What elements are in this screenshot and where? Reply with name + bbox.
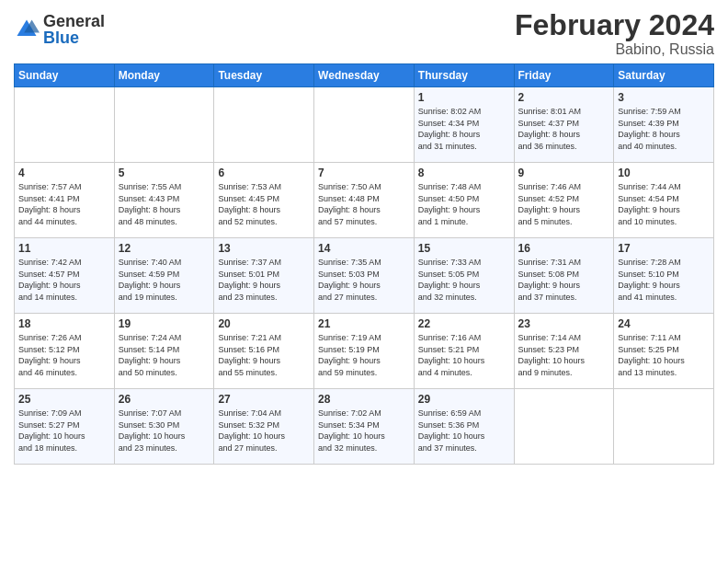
day-info: Sunrise: 7:28 AM Sunset: 5:10 PM Dayligh… bbox=[618, 257, 710, 303]
day-info: Sunrise: 7:50 AM Sunset: 4:48 PM Dayligh… bbox=[318, 181, 410, 227]
day-info: Sunrise: 7:55 AM Sunset: 4:43 PM Dayligh… bbox=[119, 181, 210, 227]
day-number: 15 bbox=[418, 242, 510, 255]
header-saturday: Saturday bbox=[614, 64, 714, 87]
calendar-cell bbox=[214, 87, 314, 163]
day-number: 4 bbox=[18, 167, 110, 179]
day-number: 18 bbox=[18, 317, 110, 330]
calendar-cell: 20Sunrise: 7:21 AM Sunset: 5:16 PM Dayli… bbox=[214, 314, 314, 389]
logo-text: General Blue bbox=[43, 13, 105, 46]
day-info: Sunrise: 7:42 AM Sunset: 4:57 PM Dayligh… bbox=[18, 257, 110, 303]
day-number: 3 bbox=[618, 91, 710, 104]
calendar-cell: 22Sunrise: 7:16 AM Sunset: 5:21 PM Dayli… bbox=[414, 314, 514, 389]
calendar-cell: 2Sunrise: 8:01 AM Sunset: 4:37 PM Daylig… bbox=[514, 87, 614, 163]
day-info: Sunrise: 7:57 AM Sunset: 4:41 PM Dayligh… bbox=[18, 181, 110, 227]
calendar-header: Sunday Monday Tuesday Wednesday Thursday… bbox=[15, 64, 714, 87]
calendar-cell: 6Sunrise: 7:53 AM Sunset: 4:45 PM Daylig… bbox=[214, 163, 314, 238]
calendar-cell: 4Sunrise: 7:57 AM Sunset: 4:41 PM Daylig… bbox=[15, 163, 115, 238]
day-number: 26 bbox=[119, 393, 210, 406]
day-info: Sunrise: 7:16 AM Sunset: 5:21 PM Dayligh… bbox=[418, 332, 510, 378]
day-number: 13 bbox=[218, 242, 310, 255]
header-row: Sunday Monday Tuesday Wednesday Thursday… bbox=[15, 64, 714, 87]
calendar-cell: 10Sunrise: 7:44 AM Sunset: 4:54 PM Dayli… bbox=[614, 163, 714, 238]
day-info: Sunrise: 7:09 AM Sunset: 5:27 PM Dayligh… bbox=[18, 408, 110, 454]
calendar-cell: 24Sunrise: 7:11 AM Sunset: 5:25 PM Dayli… bbox=[614, 314, 714, 389]
day-info: Sunrise: 7:26 AM Sunset: 5:12 PM Dayligh… bbox=[18, 332, 110, 378]
calendar-cell: 18Sunrise: 7:26 AM Sunset: 5:12 PM Dayli… bbox=[15, 314, 115, 389]
calendar-cell: 14Sunrise: 7:35 AM Sunset: 5:03 PM Dayli… bbox=[314, 238, 415, 314]
day-number: 16 bbox=[518, 242, 610, 255]
calendar-week-3: 18Sunrise: 7:26 AM Sunset: 5:12 PM Dayli… bbox=[15, 314, 714, 389]
day-number: 27 bbox=[218, 393, 310, 406]
calendar-cell: 7Sunrise: 7:50 AM Sunset: 4:48 PM Daylig… bbox=[314, 163, 415, 238]
day-info: Sunrise: 7:07 AM Sunset: 5:30 PM Dayligh… bbox=[119, 408, 210, 454]
calendar-week-0: 1Sunrise: 8:02 AM Sunset: 4:34 PM Daylig… bbox=[15, 87, 714, 163]
calendar-cell: 3Sunrise: 7:59 AM Sunset: 4:39 PM Daylig… bbox=[614, 87, 714, 163]
day-number: 29 bbox=[418, 393, 510, 406]
day-number: 12 bbox=[119, 242, 210, 255]
day-info: Sunrise: 7:11 AM Sunset: 5:25 PM Dayligh… bbox=[618, 332, 710, 378]
day-number: 24 bbox=[618, 317, 710, 330]
calendar-cell bbox=[114, 87, 214, 163]
month-year: February 2024 bbox=[515, 9, 714, 41]
calendar-cell: 25Sunrise: 7:09 AM Sunset: 5:27 PM Dayli… bbox=[15, 389, 115, 465]
calendar-body: 1Sunrise: 8:02 AM Sunset: 4:34 PM Daylig… bbox=[15, 87, 714, 465]
day-number: 14 bbox=[318, 242, 410, 255]
day-number: 20 bbox=[218, 317, 310, 330]
header-wednesday: Wednesday bbox=[314, 64, 415, 87]
header-tuesday: Tuesday bbox=[214, 64, 314, 87]
day-number: 28 bbox=[318, 393, 410, 406]
header: General Blue February 2024 Babino, Russi… bbox=[14, 9, 714, 58]
day-info: Sunrise: 7:33 AM Sunset: 5:05 PM Dayligh… bbox=[418, 257, 510, 303]
title-section: February 2024 Babino, Russia bbox=[515, 9, 714, 58]
day-number: 22 bbox=[418, 317, 510, 330]
calendar-cell bbox=[514, 389, 614, 465]
calendar-cell: 13Sunrise: 7:37 AM Sunset: 5:01 PM Dayli… bbox=[214, 238, 314, 314]
logo-blue: Blue bbox=[43, 29, 105, 46]
calendar-cell: 8Sunrise: 7:48 AM Sunset: 4:50 PM Daylig… bbox=[414, 163, 514, 238]
day-number: 25 bbox=[18, 393, 110, 406]
calendar-cell: 5Sunrise: 7:55 AM Sunset: 4:43 PM Daylig… bbox=[114, 163, 214, 238]
day-number: 2 bbox=[518, 91, 610, 104]
calendar-cell: 26Sunrise: 7:07 AM Sunset: 5:30 PM Dayli… bbox=[114, 389, 214, 465]
day-number: 9 bbox=[518, 167, 610, 179]
day-number: 19 bbox=[119, 317, 210, 330]
day-info: Sunrise: 7:35 AM Sunset: 5:03 PM Dayligh… bbox=[318, 257, 410, 303]
calendar-cell bbox=[15, 87, 115, 163]
day-number: 7 bbox=[318, 167, 410, 179]
calendar-cell: 1Sunrise: 8:02 AM Sunset: 4:34 PM Daylig… bbox=[414, 87, 514, 163]
day-info: Sunrise: 7:40 AM Sunset: 4:59 PM Dayligh… bbox=[119, 257, 210, 303]
day-number: 8 bbox=[418, 167, 510, 179]
calendar-table: Sunday Monday Tuesday Wednesday Thursday… bbox=[14, 63, 714, 465]
day-info: Sunrise: 8:01 AM Sunset: 4:37 PM Dayligh… bbox=[518, 106, 610, 152]
logo: General Blue bbox=[14, 13, 105, 46]
logo-general: General bbox=[43, 13, 105, 29]
calendar-cell: 29Sunrise: 6:59 AM Sunset: 5:36 PM Dayli… bbox=[414, 389, 514, 465]
day-number: 11 bbox=[18, 242, 110, 255]
day-number: 23 bbox=[518, 317, 610, 330]
calendar-cell: 11Sunrise: 7:42 AM Sunset: 4:57 PM Dayli… bbox=[15, 238, 115, 314]
day-info: Sunrise: 7:48 AM Sunset: 4:50 PM Dayligh… bbox=[418, 181, 510, 227]
calendar-week-4: 25Sunrise: 7:09 AM Sunset: 5:27 PM Dayli… bbox=[15, 389, 714, 465]
day-number: 10 bbox=[618, 167, 710, 179]
calendar-cell: 9Sunrise: 7:46 AM Sunset: 4:52 PM Daylig… bbox=[514, 163, 614, 238]
day-info: Sunrise: 7:02 AM Sunset: 5:34 PM Dayligh… bbox=[318, 408, 410, 454]
calendar-cell: 27Sunrise: 7:04 AM Sunset: 5:32 PM Dayli… bbox=[214, 389, 314, 465]
day-number: 21 bbox=[318, 317, 410, 330]
calendar-cell: 16Sunrise: 7:31 AM Sunset: 5:08 PM Dayli… bbox=[514, 238, 614, 314]
day-info: Sunrise: 7:19 AM Sunset: 5:19 PM Dayligh… bbox=[318, 332, 410, 378]
calendar-cell bbox=[314, 87, 415, 163]
day-info: Sunrise: 7:59 AM Sunset: 4:39 PM Dayligh… bbox=[618, 106, 710, 152]
day-info: Sunrise: 8:02 AM Sunset: 4:34 PM Dayligh… bbox=[418, 106, 510, 152]
calendar-cell: 17Sunrise: 7:28 AM Sunset: 5:10 PM Dayli… bbox=[614, 238, 714, 314]
header-sunday: Sunday bbox=[15, 64, 115, 87]
calendar-cell: 19Sunrise: 7:24 AM Sunset: 5:14 PM Dayli… bbox=[114, 314, 214, 389]
header-thursday: Thursday bbox=[414, 64, 514, 87]
calendar-cell: 21Sunrise: 7:19 AM Sunset: 5:19 PM Dayli… bbox=[314, 314, 415, 389]
day-info: Sunrise: 7:37 AM Sunset: 5:01 PM Dayligh… bbox=[218, 257, 310, 303]
day-number: 6 bbox=[218, 167, 310, 179]
calendar-week-2: 11Sunrise: 7:42 AM Sunset: 4:57 PM Dayli… bbox=[15, 238, 714, 314]
calendar-cell: 12Sunrise: 7:40 AM Sunset: 4:59 PM Dayli… bbox=[114, 238, 214, 314]
calendar-cell: 23Sunrise: 7:14 AM Sunset: 5:23 PM Dayli… bbox=[514, 314, 614, 389]
day-info: Sunrise: 7:04 AM Sunset: 5:32 PM Dayligh… bbox=[218, 408, 310, 454]
day-number: 5 bbox=[119, 167, 210, 179]
